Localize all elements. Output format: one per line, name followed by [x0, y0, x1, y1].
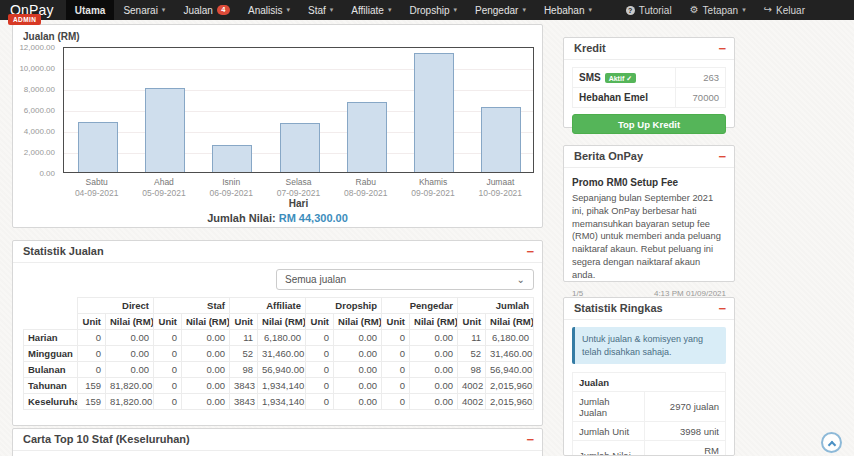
chart-x-axis-labels: Sabtu04-09-2021Ahad05-09-2021Isnin06-09-…: [63, 177, 534, 198]
bar-jumaat: [481, 107, 521, 172]
subheader-unit: Unit: [230, 314, 258, 330]
jualan-filter-select[interactable]: Semua jualan ⌄: [276, 269, 534, 290]
cell-value: 0.00: [334, 330, 382, 346]
cell-value: 0.00: [106, 346, 154, 362]
nav-item-utama[interactable]: Utama: [66, 0, 115, 20]
cell-value: 11: [230, 330, 258, 346]
bar-sabtu: [78, 122, 118, 172]
subheader-unit: Unit: [306, 314, 334, 330]
caret-down-icon: ▾: [162, 6, 166, 14]
nav-item-label: Jualan: [183, 5, 212, 16]
subheader-nilai-rm-: Nilai (RM): [486, 314, 534, 330]
ringkas-label: Jumlah Jualan: [573, 392, 645, 422]
gridline: [64, 69, 533, 70]
cell-value: 0: [306, 378, 334, 394]
cell-value: 56,940.00: [258, 362, 306, 378]
chevron-down-icon: ⌄: [517, 274, 525, 285]
kredit-title: Kredit: [574, 42, 606, 54]
cell-value: 31,460.00: [258, 346, 306, 362]
nav-item-label: Pengedar: [475, 5, 518, 16]
collapse-icon[interactable]: −: [718, 146, 726, 167]
nav-item-senarai[interactable]: Senarai▾: [114, 0, 174, 20]
kredit-row-hebahan-emel: Hebahan Emel70000: [573, 88, 726, 108]
nav-item-label: Utama: [75, 5, 106, 16]
cell-value: 81,820.00: [106, 378, 154, 394]
statistik-jualan-panel: Statistik Jualan − Semua jualan ⌄ Direct…: [12, 240, 543, 426]
kredit-value: 263: [676, 68, 726, 88]
table-corner-cell: [24, 298, 78, 330]
nav-item-jualan[interactable]: Jualan4: [174, 0, 239, 20]
top-up-kredit-button[interactable]: Top Up Kredit: [572, 114, 726, 134]
cell-value: 4002: [458, 378, 486, 394]
table-row-harian: Harian00.0000.00116,180.0000.0000.00116,…: [24, 330, 534, 346]
nav-item-tutorial[interactable]: ?Tutorial: [617, 0, 681, 20]
cell-value: 0: [382, 362, 410, 378]
statistik-ringkas-header: Statistik Ringkas −: [564, 298, 734, 320]
cell-value: 11: [458, 330, 486, 346]
cell-value: 0: [306, 346, 334, 362]
cell-value: 0.00: [106, 362, 154, 378]
x-tick: Rabu08-09-2021: [332, 177, 399, 198]
cell-value: 0: [306, 362, 334, 378]
cell-value: 0.00: [334, 378, 382, 394]
kredit-label: Hebahan Emel: [573, 88, 676, 108]
sign-out-icon: ↪: [764, 5, 772, 15]
nav-item-hebahan[interactable]: Hebahan▾: [535, 0, 601, 20]
cell-value: 2,015,960.00: [486, 394, 534, 410]
collapse-icon[interactable]: −: [718, 38, 726, 59]
y-tick-label: 2,000.00: [24, 148, 55, 157]
caret-down-icon: ▾: [588, 6, 592, 14]
nav-item-dropship[interactable]: Dropship▾: [400, 0, 466, 20]
cell-value: 0.00: [334, 394, 382, 410]
caret-down-icon: ▾: [388, 6, 392, 14]
scroll-to-top-button[interactable]: [821, 432, 842, 453]
carta-top10-staf-title: Carta Top 10 Staf (Keseluruhan): [23, 433, 190, 445]
jualan-filter-value: Semua jualan: [285, 274, 346, 285]
cell-value: 0: [306, 394, 334, 410]
news-post-body: Sepanjang bulan September 2021 ini, piha…: [572, 192, 726, 282]
chevron-up-icon: [828, 441, 836, 449]
nav-item-label: Senarai: [123, 5, 157, 16]
x-tick: Khamis09-09-2021: [399, 177, 466, 198]
caret-down-icon: ▾: [522, 6, 526, 14]
nav-item-affiliate[interactable]: Affiliate▾: [342, 0, 400, 20]
chart-total-label: Jumlah Nilai:: [207, 212, 275, 224]
x-tick-day: Isnin: [198, 177, 265, 188]
cell-value: 98: [230, 362, 258, 378]
row-label: Keseluruhan: [24, 394, 78, 410]
collapse-icon[interactable]: −: [718, 298, 726, 319]
nav-item-label: Analisis: [248, 5, 282, 16]
group-header-direct: Direct: [78, 298, 154, 314]
statistik-jualan-table: DirectStafAffiliateDropshipPengedarJumla…: [23, 297, 534, 410]
kredit-value: 70000: [676, 88, 726, 108]
cell-value: 2,015,960.00: [486, 378, 534, 394]
nav-item-keluar[interactable]: ↪Keluar: [755, 0, 814, 20]
cell-value: 3843: [230, 378, 258, 394]
gridline: [64, 111, 533, 112]
row-label: Mingguan: [24, 346, 78, 362]
gears-icon: ⚙: [690, 5, 699, 15]
cell-value: 0: [154, 378, 182, 394]
x-tick-date: 04-09-2021: [63, 188, 130, 199]
collapse-icon[interactable]: −: [526, 429, 534, 450]
cell-value: 56,940.00: [486, 362, 534, 378]
cell-value: 0: [382, 346, 410, 362]
group-header-staf: Staf: [154, 298, 230, 314]
group-header-pengedar: Pengedar: [382, 298, 458, 314]
cell-value: 0.00: [410, 378, 458, 394]
cell-value: 1,934,140.00: [258, 378, 306, 394]
nav-item-pengedar[interactable]: Pengedar▾: [466, 0, 535, 20]
collapse-icon[interactable]: −: [526, 241, 534, 262]
bar-ahad: [145, 88, 185, 172]
ringkas-value: RM 2,012,800.00: [644, 441, 725, 456]
cell-value: 0: [154, 394, 182, 410]
caret-down-icon: ▾: [742, 6, 746, 14]
group-header-dropship: Dropship: [306, 298, 382, 314]
ringkas-label: Jumlah Unit: [573, 422, 645, 441]
nav-item-tetapan[interactable]: ⚙Tetapan▾: [681, 0, 755, 20]
cell-value: 0.00: [182, 394, 230, 410]
chart-y-axis-title: Jualan (RM): [23, 31, 80, 42]
nav-item-staf[interactable]: Staf▾: [299, 0, 342, 20]
nav-item-analisis[interactable]: Analisis▾: [239, 0, 299, 20]
bar-khamis: [414, 53, 454, 172]
